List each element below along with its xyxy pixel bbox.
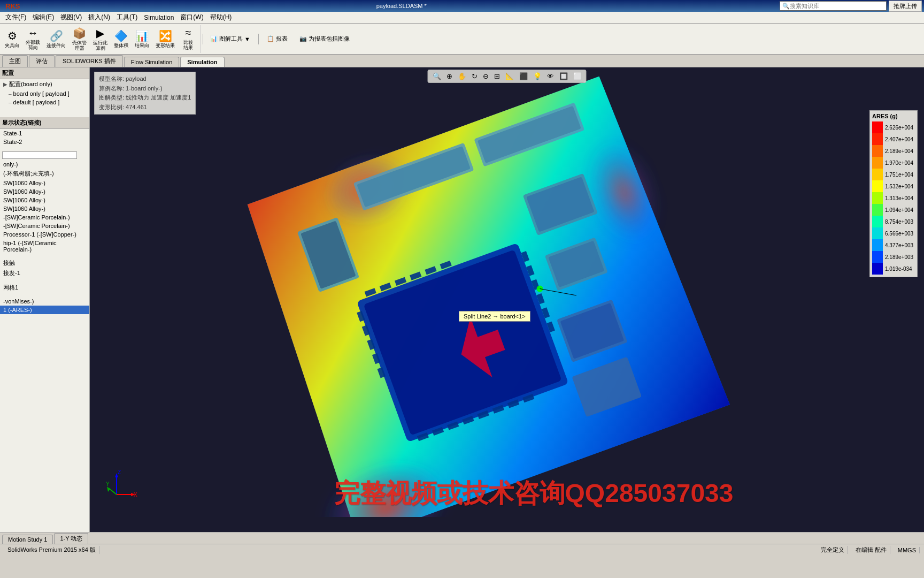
chart-tools-icon: 📊: [210, 35, 218, 42]
fit-btn[interactable]: ⊞: [492, 71, 502, 81]
menu-tools[interactable]: 工具(T): [113, 12, 141, 23]
toolbar-results[interactable]: 📊 结果向: [132, 26, 152, 52]
toolbar-external-load[interactable]: ↔ 外部载荷向: [23, 26, 43, 52]
sidebar-spacer-1: [0, 107, 89, 117]
menu-view[interactable]: 视图(V): [57, 12, 85, 23]
toolbar-run-study[interactable]: ▶ 运行此算例: [90, 26, 110, 52]
legend-value-1: 2.407e+004: [885, 136, 913, 142]
sidebar-default-payload[interactable]: – default [ payload ]: [0, 98, 89, 107]
tab-motion-study[interactable]: Motion Study 1: [2, 535, 53, 544]
main-content: 配置 ▶ 配置(board only) – board only [ paylo…: [0, 67, 924, 532]
toolbar-deform[interactable]: 🔀 变形结果: [153, 26, 178, 52]
sidebar-1060-4[interactable]: SW]1060 Alloy-): [0, 204, 89, 213]
sidebar-epoxy[interactable]: (-环氧树脂;未充填-): [0, 169, 89, 179]
report-icon: 📋: [267, 35, 274, 42]
section-btn[interactable]: ⬛: [517, 71, 530, 81]
sidebar-state-1[interactable]: State-1: [0, 129, 89, 138]
viewport[interactable]: 模型名称: payload 算例名称: 1-board only-) 图解类型:…: [90, 67, 924, 532]
legend-value-7: 1.094e+004: [885, 207, 913, 213]
sidebar-ceramic-1[interactable]: -[SW]Ceramic Porcelain-): [0, 213, 89, 222]
tab-y-dynamic[interactable]: 1-Y 动态: [54, 533, 88, 544]
sidebar-spacer-4: [0, 278, 89, 283]
light-btn[interactable]: 💡: [531, 71, 544, 81]
sidebar-mesh[interactable]: 网格1: [0, 283, 89, 293]
toolbar-fixture[interactable]: ⚙ 夹具向: [2, 26, 22, 52]
legend-color-9: [872, 227, 883, 239]
menu-edit[interactable]: 编辑(E): [29, 12, 57, 23]
chart-type: 图解类型: 线性动力 加速度 加速度1: [99, 93, 191, 103]
menu-insert[interactable]: 插入(N): [85, 12, 113, 23]
coord-axes: Z X Y: [106, 468, 138, 500]
toolbar-divider-2: [258, 34, 259, 44]
zoom-out-btn[interactable]: ⊖: [481, 71, 491, 81]
sidebar-chip[interactable]: hip-1 (-[SW]Ceramic Porcelain-): [0, 239, 89, 254]
fixture-icon: ⚙: [7, 29, 17, 42]
sidebar-1060-3[interactable]: SW]1060 Alloy-): [0, 196, 89, 204]
sidebar-vonmises[interactable]: -vonMises-): [0, 297, 89, 306]
sidebar-config-board-only[interactable]: ▶ 配置(board only): [0, 79, 89, 89]
legend-item-7: 1.094e+004: [872, 204, 915, 216]
toolbar-report-image[interactable]: 📷 为报表包括图像: [295, 31, 355, 48]
pan-btn[interactable]: ✋: [456, 71, 468, 81]
sidebar-display-header: 显示状态(链接): [0, 117, 89, 129]
menu-window[interactable]: 窗口(W): [177, 12, 206, 23]
svg-text:Y: Y: [106, 481, 110, 487]
sidebar-processor[interactable]: Processor-1 (-[SW]Copper-): [0, 230, 89, 239]
tab-evaluate[interactable]: 评估: [29, 55, 55, 67]
toolbar-chart-tools[interactable]: 📊 图解工具 ▼: [205, 31, 255, 48]
toolbar-shell-manager[interactable]: 📦 壳体管理器: [70, 26, 89, 52]
menu-help[interactable]: 帮助(H): [207, 12, 235, 23]
sidebar-ceramic-2[interactable]: -[SW]Ceramic Porcelain-): [0, 222, 89, 230]
show-hide-btn[interactable]: 👁: [545, 71, 556, 81]
search-bar[interactable]: 🔍: [780, 1, 887, 11]
sidebar-contact-label: 接触: [0, 258, 89, 268]
legend-value-12: 1.019e-034: [885, 266, 912, 272]
tab-simulation[interactable]: Simulation: [180, 57, 224, 67]
svg-text:Z: Z: [118, 469, 121, 475]
sidebar-state-2[interactable]: State-2: [0, 138, 89, 146]
sidebar-input[interactable]: [2, 151, 77, 159]
sidebar-ares-selected[interactable]: 1 (-ARES-): [0, 306, 89, 314]
bottom-tabs: Motion Study 1 1-Y 动态: [0, 532, 924, 544]
tab-flow-simulation[interactable]: Flow Simulation: [124, 57, 180, 67]
upload-button[interactable]: 抢牌上传: [889, 1, 922, 12]
sidebar-board-only-payload[interactable]: – board only [ payload ]: [0, 89, 89, 98]
tree-item-icon-2: –: [9, 100, 12, 105]
menu-simulation[interactable]: Simulation: [141, 13, 177, 22]
toolbar-report[interactable]: 📋 报表: [262, 31, 292, 48]
scene-btn[interactable]: ⬜: [571, 71, 584, 81]
menu-bar: 文件(F) 编辑(E) 视图(V) 插入(N) 工具(T) Simulation…: [0, 12, 924, 24]
zoom-actual-btn[interactable]: ⊕: [444, 71, 455, 81]
sidebar-spacer-5: [0, 293, 89, 297]
legend-value-9: 6.566e+003: [885, 231, 913, 237]
rotate-btn[interactable]: ↻: [469, 71, 480, 81]
sidebar-only[interactable]: only-): [0, 160, 89, 169]
sidebar-load-1[interactable]: 接发-1: [0, 268, 89, 278]
sidebar-1060-1[interactable]: SW]1060 Alloy-): [0, 179, 89, 187]
status-bar: SolidWorks Premium 2015 x64 版 完全定义 在编辑 配…: [0, 544, 924, 556]
toolbar-compare[interactable]: ≈ 比较结果: [179, 26, 198, 52]
legend-item-1: 2.407e+004: [872, 133, 915, 145]
svg-text:X: X: [134, 492, 137, 498]
legend-value-4: 1.751e+004: [885, 172, 913, 178]
menu-file[interactable]: 文件(F): [2, 12, 29, 23]
sidebar-1060-2[interactable]: SW]1060 Alloy-): [0, 187, 89, 196]
legend-item-2: 2.189e+004: [872, 145, 915, 157]
tab-main[interactable]: 主图: [2, 55, 28, 67]
tree-expand-icon: ▶: [3, 81, 7, 87]
toolbar-connector[interactable]: 🔗 连接件向: [44, 26, 68, 52]
zoom-in-btn[interactable]: 🔍: [430, 71, 443, 81]
legend-color-6: [872, 192, 883, 204]
legend-color-10: [872, 239, 883, 251]
tabs-bar: 主图 评估 SOLIDWORKS 插件 Flow Simulation Simu…: [0, 55, 924, 67]
display-btn[interactable]: 🔲: [557, 71, 570, 81]
tab-solidworks-addins[interactable]: SOLIDWORKS 插件: [56, 55, 123, 67]
search-input[interactable]: [790, 3, 875, 9]
legend-color-7: [872, 204, 883, 216]
legend-color-11: [872, 251, 883, 263]
legend-color-2: [872, 145, 883, 157]
toolbar-bulk-volume[interactable]: 🔷 整体积: [111, 26, 131, 52]
legend-value-11: 2.189e+003: [885, 254, 913, 260]
view3d-btn[interactable]: 📐: [503, 71, 516, 81]
fem-visualization: [90, 67, 924, 517]
